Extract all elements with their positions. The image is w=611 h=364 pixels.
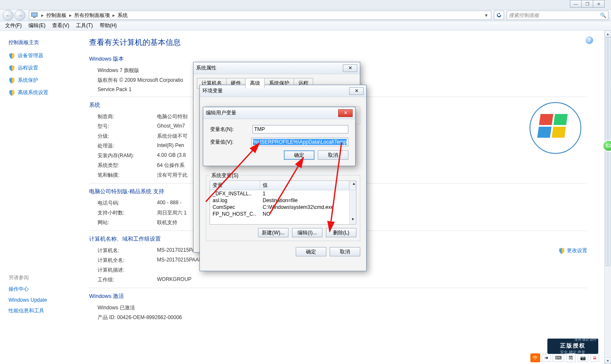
input-variable-value[interactable]: %USERPROFILE%\AppData\Local\Temp [251, 138, 348, 146]
system-variables-list[interactable]: 变量 值 ▲ _DFX_INSTALL..1asl.logDestination… [210, 181, 356, 225]
change-settings-link[interactable]: 更改设置 [558, 247, 587, 254]
breadcrumb[interactable]: 系统 [117, 12, 129, 19]
winver-line: Windows 7 旗舰版 [98, 67, 139, 74]
menu-bar: 文件(F) 编辑(E) 查看(V) 工具(T) 帮助(H) [0, 21, 611, 31]
sidebar-item-label: 远程设置 [18, 64, 38, 72]
explorer-navbar: ← → ▸ 控制面板 ▸ 所有控制面板项 ▸ 系统 ▾ 搜索控制面板 🔍 [0, 9, 611, 21]
sysvar-row[interactable]: ComSpecC:\Windows\system32\cmd.exe [210, 204, 356, 211]
sysvar-row[interactable]: FP_NO_HOST_C..NO [210, 211, 356, 217]
list-scrollbar[interactable] [349, 190, 356, 217]
tray-icon[interactable]: 简 [566, 353, 576, 362]
see-also-action-center[interactable]: 操作中心 [8, 286, 77, 293]
shield-icon [558, 247, 565, 254]
vertical-scrollbar[interactable]: ▲ ▼ [604, 31, 611, 364]
info-key: 网站: [98, 219, 157, 226]
tab-2[interactable]: 高级 [245, 78, 265, 88]
address-bar[interactable]: ▸ 控制面板 ▸ 所有控制面板项 ▸ 系统 ▾ [29, 11, 491, 20]
back-button[interactable]: ← [3, 10, 14, 21]
tray-icon[interactable]: ➜ [542, 354, 551, 362]
edit-cancel-button[interactable]: 取消 [318, 150, 348, 160]
menu-help[interactable]: 帮助(H) [96, 22, 121, 29]
see-also-performance[interactable]: 性能信息和工具 [8, 307, 77, 314]
info-key: 分级: [98, 133, 157, 140]
dialog-close-button[interactable]: ✕ [343, 64, 357, 72]
sidebar-item-protection[interactable]: 系统保护 [8, 77, 77, 84]
env-cancel-button[interactable]: 取消 [330, 247, 360, 256]
menu-view[interactable]: 查看(V) [49, 22, 73, 29]
info-value: WORKGROUP [157, 276, 191, 283]
list-scroll-down[interactable]: ▼ [349, 217, 356, 224]
address-dropdown[interactable]: ▾ [483, 12, 489, 18]
sidebar-item-device-manager[interactable]: 设备管理器 [8, 52, 77, 59]
floating-notification-badge[interactable]: 53 [603, 140, 611, 152]
svg-rect-4 [553, 114, 568, 125]
forward-button[interactable]: → [14, 10, 25, 21]
edit-ok-button[interactable]: 确定 [284, 150, 314, 160]
info-key: 支持小时数: [98, 209, 157, 217]
breadcrumb[interactable]: 所有控制面板项 [73, 12, 111, 19]
shield-icon [8, 65, 15, 72]
product-id: 产品 ID: 00426-OEM-8992662-00006 [98, 314, 182, 321]
sysvar-row[interactable]: _DFX_INSTALL..1 [210, 190, 356, 197]
input-variable-name[interactable]: TMP [252, 125, 348, 133]
dialog-title: 环境变量 [202, 87, 223, 94]
env-ok-button[interactable]: 确定 [296, 247, 326, 256]
search-input[interactable]: 搜索控制面板 🔍 [507, 11, 608, 20]
tray-icon[interactable]: 📷 [577, 354, 589, 362]
sidebar-item-label: 系统保护 [18, 77, 38, 84]
genuine-windows-badge: 使用 微软 软件 正版授权 安全 稳定 声誉 [547, 339, 598, 354]
dialog-close-button[interactable]: ✕ [349, 87, 364, 95]
shield-icon [8, 89, 15, 96]
sidebar-item-label: 高级系统设置 [18, 89, 48, 96]
breadcrumb-sep: ▸ [39, 12, 45, 18]
minimize-button[interactable]: — [570, 0, 582, 8]
info-value: Intel(R) Pen [157, 142, 184, 150]
new-sysvar-button[interactable]: 新建(W)... [258, 228, 289, 237]
sidebar-item-remote[interactable]: 远程设置 [8, 64, 77, 72]
info-value: Ghost_Win7 [157, 123, 185, 130]
winver-line: Service Pack 1 [98, 86, 132, 92]
page-title: 查看有关计算机的基本信息 [89, 37, 604, 47]
shield-icon [8, 77, 15, 84]
see-also-heading: 另请参阅 [8, 274, 77, 281]
column-header-value[interactable]: 值 [260, 181, 349, 190]
info-value: 没有可用于此 [157, 172, 188, 179]
maximize-button[interactable]: ❐ [581, 0, 593, 8]
scroll-down-arrow[interactable]: ▼ [605, 357, 611, 364]
menu-tools[interactable]: 工具(T) [73, 22, 96, 29]
sidebar-item-label: 设备管理器 [18, 52, 43, 59]
help-button[interactable]: ? [586, 36, 593, 44]
info-value[interactable]: 联机支持 [157, 219, 177, 226]
info-value: 电脑公司特别 [157, 113, 188, 120]
scroll-up-arrow[interactable]: ▲ [605, 31, 611, 37]
dialog-edit-user-variable: 编辑用户变量 ✕ 变量名(N): TMP 变量值(V): %USERPROFIL… [203, 107, 356, 166]
refresh-icon [496, 12, 502, 18]
refresh-button[interactable] [494, 11, 504, 20]
tray-icon[interactable]: 中 [530, 353, 540, 362]
breadcrumb[interactable]: 控制面板 [45, 12, 67, 19]
delete-sysvar-button[interactable]: 删除(L) [326, 228, 356, 237]
menu-file[interactable]: 文件(F) [2, 22, 25, 29]
edit-sysvar-button[interactable]: 编辑(I)... [292, 228, 322, 237]
tray-icon[interactable]: ⌨ [552, 354, 564, 362]
column-header-variable[interactable]: 变量 [210, 181, 260, 190]
see-also-windows-update[interactable]: Windows Update [8, 297, 77, 303]
winver-line: 版权所有 © 2009 Microsoft Corporatio [98, 77, 183, 84]
menu-edit[interactable]: 编辑(E) [25, 22, 49, 29]
info-value: 4.00 GB (3.8 [157, 152, 186, 159]
tray-icon[interactable]: ⇊ [590, 354, 599, 362]
scroll-thumb[interactable] [605, 37, 611, 266]
dialog-title: 系统属性 [196, 64, 216, 72]
info-value[interactable]: 系统分级不可 [157, 133, 188, 140]
info-value: MS-20170215PAAR [157, 257, 202, 264]
list-scroll-up[interactable]: ▲ [349, 181, 356, 190]
info-value: 周日至周六 1 [157, 209, 187, 217]
sidebar: 控制面板主页 设备管理器 远程设置 系统保护 高级系统设置 另请参阅 操作中心 … [0, 31, 81, 364]
dialog-close-button[interactable]: ✕ [338, 109, 353, 117]
sysvar-row[interactable]: asl.logDestination=file [210, 197, 356, 204]
svg-rect-5 [537, 127, 552, 138]
window-close-button[interactable]: ✕ [593, 0, 605, 8]
sidebar-heading: 控制面板主页 [8, 39, 77, 46]
svg-rect-6 [552, 127, 566, 138]
sidebar-item-advanced[interactable]: 高级系统设置 [8, 89, 77, 96]
